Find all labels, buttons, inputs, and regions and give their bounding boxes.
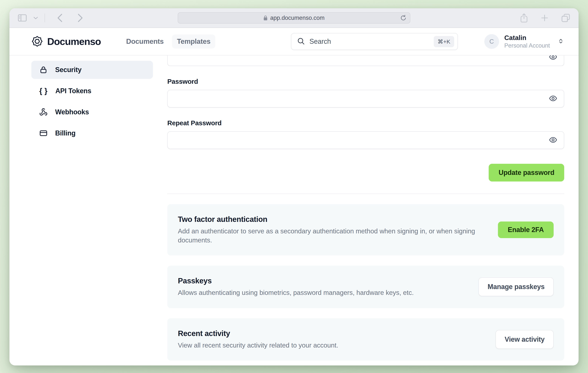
card-description: Allows authenticating using biometrics, …: [178, 288, 468, 297]
card-text: Two factor authentication Add an authent…: [178, 215, 487, 244]
url-bar[interactable]: app.documenso.com: [178, 12, 410, 24]
toolbar-divider: [44, 14, 45, 22]
nav-templates[interactable]: Templates: [172, 35, 215, 49]
padlock-icon: [263, 15, 268, 21]
url-text: app.documenso.com: [270, 15, 325, 21]
forward-button[interactable]: [77, 13, 83, 22]
password-input[interactable]: [167, 90, 564, 108]
search-shortcut-badge: ⌘+K: [434, 36, 454, 47]
card-description: View all recent security activity relate…: [178, 341, 485, 350]
toggle-password-visibility-button[interactable]: [548, 93, 558, 104]
card-text: Recent activity View all recent security…: [178, 329, 485, 350]
search-bar[interactable]: Search ⌘+K: [291, 33, 458, 50]
braces-icon: { }: [39, 87, 48, 95]
webhook-icon: [39, 108, 48, 116]
search-placeholder: Search: [309, 38, 331, 45]
sidebar-panel-icon: [18, 14, 27, 22]
current-password-field-clipped: [167, 55, 564, 66]
primary-nav: Documents Templates: [121, 35, 215, 49]
settings-sidebar: Security { } API Tokens Webhooks: [31, 55, 153, 145]
account-name: Catalin: [504, 34, 550, 42]
password-form-actions: Update password: [167, 164, 564, 181]
current-password-input[interactable]: [167, 55, 564, 66]
desktop-background: app.documenso.com: [0, 0, 588, 373]
repeat-password-label: Repeat Password: [167, 119, 564, 127]
nav-documents[interactable]: Documents: [121, 35, 169, 49]
card-title: Passkeys: [178, 277, 468, 285]
app-header: Documenso Documents Templates Search ⌘+K…: [10, 28, 578, 55]
sidebar-item-label: API Tokens: [55, 87, 91, 95]
sidebar-item-label: Billing: [55, 129, 75, 137]
recent-activity-card: Recent activity View all recent security…: [167, 318, 564, 361]
toggle-password-visibility-button[interactable]: [548, 55, 558, 63]
repeat-password-input[interactable]: [167, 131, 564, 149]
card-text: Passkeys Allows authenticating using bio…: [178, 277, 468, 297]
passkeys-card: Passkeys Allows authenticating using bio…: [167, 266, 564, 308]
documenso-logo-icon: [31, 35, 43, 48]
card-title: Recent activity: [178, 329, 485, 338]
search-icon: [297, 37, 305, 46]
security-settings-panel: Password Repeat Password: [167, 55, 564, 365]
credit-card-icon: [39, 129, 48, 137]
sidebar-item-label: Webhooks: [55, 108, 89, 116]
card-title: Two factor authentication: [178, 215, 487, 223]
eye-icon: [549, 55, 557, 62]
account-type: Personal Account: [504, 42, 550, 50]
update-password-button[interactable]: Update password: [489, 164, 564, 181]
app-body: Security { } API Tokens Webhooks: [10, 55, 578, 365]
account-menu[interactable]: C Catalin Personal Account: [484, 34, 564, 50]
toggle-password-visibility-button[interactable]: [548, 134, 558, 146]
tab-overview-button[interactable]: [561, 13, 570, 22]
toolbar-chevron-down-icon[interactable]: [33, 16, 38, 20]
back-button[interactable]: [57, 13, 63, 22]
sidebar-item-label: Security: [55, 66, 82, 74]
browser-toolbar: app.documenso.com: [10, 8, 578, 28]
eye-icon: [549, 136, 557, 145]
sidebar-item-security[interactable]: Security: [31, 61, 153, 79]
manage-passkeys-button[interactable]: Manage passkeys: [478, 277, 554, 296]
sidebar-item-billing[interactable]: Billing: [31, 124, 153, 142]
sidebar-item-webhooks[interactable]: Webhooks: [31, 103, 153, 121]
card-description: Add an authenticator to serve as a secon…: [178, 227, 487, 244]
avatar: C: [484, 34, 499, 49]
share-button[interactable]: [520, 13, 528, 23]
brand: Documenso: [31, 35, 101, 48]
view-activity-button[interactable]: View activity: [495, 330, 554, 349]
eye-icon: [549, 94, 557, 103]
two-factor-authentication-card: Two factor authentication Add an authent…: [167, 204, 564, 255]
enable-2fa-button[interactable]: Enable 2FA: [498, 222, 554, 238]
section-divider: [167, 194, 564, 194]
lock-icon: [39, 66, 48, 74]
brand-name: Documenso: [47, 36, 101, 47]
chevrons-up-down-icon: [558, 37, 564, 46]
browser-window: app.documenso.com: [10, 8, 578, 365]
new-tab-button[interactable]: [540, 14, 549, 22]
brand-home-link[interactable]: Documenso: [31, 35, 101, 48]
password-label: Password: [167, 78, 564, 85]
account-labels: Catalin Personal Account: [504, 34, 550, 50]
refresh-button[interactable]: [400, 14, 407, 21]
password-field: [167, 90, 564, 108]
sidebar-toggle-button[interactable]: [18, 14, 27, 22]
repeat-password-field: [167, 131, 564, 149]
toolbar-right-group: [520, 13, 570, 23]
toolbar-left-group: [18, 13, 83, 22]
sidebar-item-api-tokens[interactable]: { } API Tokens: [31, 82, 153, 100]
